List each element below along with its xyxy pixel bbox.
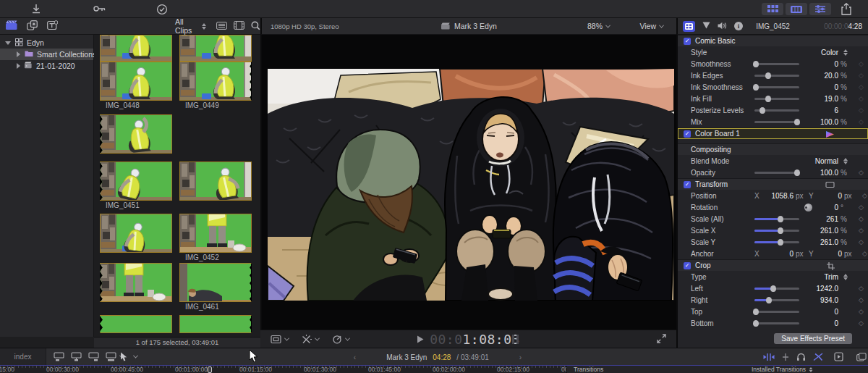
skimming-icon[interactable] [813, 353, 824, 363]
slider-knob[interactable] [753, 309, 759, 315]
list-view-icon[interactable] [216, 22, 227, 31]
keyframe-diamond-icon[interactable]: ◇ [854, 95, 864, 102]
clip-thumbnail[interactable] [100, 114, 172, 154]
clip-thumbnail[interactable] [179, 315, 252, 333]
parameter-slider[interactable] [754, 98, 799, 100]
keyframe-diamond-icon[interactable]: ◇ [854, 60, 864, 67]
keyframe-diamond-icon[interactable]: ◇ [854, 204, 864, 211]
slider-knob[interactable] [794, 119, 800, 125]
clip-filter-dropdown[interactable]: All Clips [175, 17, 206, 35]
rotation-dial[interactable] [804, 204, 812, 211]
parameter-value[interactable]: 934.0 [812, 296, 838, 304]
check-circle-icon[interactable] [156, 4, 168, 15]
dropdown-value[interactable]: Normal [812, 157, 838, 165]
slider-knob[interactable] [760, 107, 765, 114]
clip-thumbnail[interactable] [100, 35, 172, 62]
parameter-slider[interactable] [754, 288, 799, 290]
expand-viewer-icon[interactable] [657, 334, 666, 345]
disclosure-triangle-icon[interactable] [17, 51, 20, 57]
slider-knob[interactable] [778, 227, 783, 234]
effect-header-transform[interactable]: ✓Transform [678, 178, 868, 190]
dropdown-chevrons[interactable] [841, 273, 854, 281]
keyframe-diamond-icon[interactable]: ◇ [854, 83, 864, 91]
color-board-icon[interactable] [825, 130, 835, 140]
sidebar-item-21-01-2020[interactable]: 21-01-2020 [0, 60, 93, 72]
slider-knob[interactable] [778, 216, 783, 222]
clip-thumbnail-img_0461[interactable] [179, 263, 252, 302]
effect-checkbox[interactable]: ✓ [684, 181, 691, 188]
parameter-slider[interactable] [754, 311, 799, 313]
audio-monitor-icon[interactable] [796, 352, 806, 363]
clip-thumbnail[interactable] [179, 35, 252, 62]
keyframe-diamond-icon[interactable]: ◇ [854, 296, 864, 303]
audio-inspector-tab[interactable] [718, 22, 727, 31]
search-icon[interactable] [251, 21, 260, 32]
parameter-value[interactable]: 0 [812, 60, 838, 68]
keyframe-diamond-icon[interactable]: ◇ [854, 72, 864, 79]
parameter-value[interactable]: 0 [812, 83, 838, 91]
adjust-sliders-icon[interactable] [809, 3, 831, 15]
keyframe-diamond-icon[interactable]: ◇ [854, 319, 864, 327]
parameter-value[interactable]: 0 [812, 308, 838, 316]
slider-knob[interactable] [770, 285, 776, 292]
parameter-slider[interactable] [754, 230, 799, 232]
dropdown-chevrons[interactable] [841, 157, 854, 165]
parameter-slider[interactable] [754, 86, 799, 88]
parameter-value[interactable]: 20.0 [812, 72, 838, 80]
slider-knob[interactable] [794, 169, 800, 176]
timeline-ruler[interactable]: 00:00:15:0000:00:30:0000:00:45:0000:01:0… [0, 366, 566, 373]
clip-thumbnail[interactable] [100, 263, 172, 302]
x-value[interactable]: 1058.6 [762, 192, 793, 200]
clip-thumbnail-img_0449[interactable] [179, 62, 252, 101]
keyframe-diamond-icon[interactable]: ◇ [854, 238, 864, 246]
clip-thumbnail[interactable] [179, 162, 252, 201]
parameter-value[interactable]: 0 [812, 319, 838, 327]
effects-photos-icon[interactable] [27, 20, 38, 32]
dropdown-chevrons[interactable] [841, 49, 854, 56]
clip-thumbnail-img_0451[interactable] [100, 162, 172, 201]
parameter-slider[interactable] [754, 241, 799, 243]
prev-project-arrow[interactable]: ‹ [354, 353, 356, 361]
clip-thumbnail[interactable] [100, 315, 172, 333]
parameter-slider[interactable] [754, 299, 799, 301]
effect-header-comic-basic[interactable]: ✓Comic Basic [678, 35, 868, 46]
parameter-value[interactable]: 100.0 [812, 169, 838, 177]
save-effects-preset-button[interactable]: Save Effects Preset [774, 333, 852, 344]
timeline-project-title[interactable]: Mark 3 Edyn [386, 353, 427, 361]
trim-tool-icon[interactable] [763, 353, 775, 363]
titles-icon[interactable] [47, 20, 58, 32]
y-value[interactable]: 0 [816, 192, 842, 200]
effect-checkbox[interactable]: ✓ [684, 38, 691, 45]
select-tool-dropdown[interactable] [120, 352, 137, 361]
effect-header-crop[interactable]: ✓Crop [678, 259, 868, 271]
viewer-view-dropdown[interactable]: View [639, 22, 663, 30]
sidebar-item-edyn[interactable]: Edyn [0, 37, 93, 49]
slider-knob[interactable] [765, 72, 771, 79]
clip-thumbnail-img_0452[interactable] [179, 214, 252, 253]
keyframe-diamond-icon[interactable]: ◇ [854, 169, 864, 176]
slider-knob[interactable] [753, 84, 759, 91]
keyframe-diamond-icon[interactable]: ◇ [854, 227, 864, 234]
media-browser-icon[interactable] [834, 352, 843, 363]
installed-transitions-dropdown[interactable]: Installed Transitions [752, 366, 813, 373]
parameter-slider[interactable] [754, 121, 799, 123]
playhead-marker[interactable] [208, 366, 212, 373]
slider-knob[interactable] [766, 297, 772, 303]
parameter-slider[interactable] [754, 75, 799, 77]
keyframe-diamond-icon[interactable]: ◇ [857, 192, 867, 199]
photos-browser-icon[interactable] [856, 353, 867, 363]
slider-knob[interactable] [778, 239, 783, 246]
effect-checkbox[interactable]: ✓ [684, 130, 691, 138]
audio-meters[interactable] [512, 335, 519, 344]
video-inspector-tab[interactable] [683, 21, 695, 32]
filmstrip-view-icon[interactable] [786, 3, 807, 15]
effect-checkbox[interactable]: ✓ [684, 262, 691, 269]
next-project-arrow[interactable]: › [519, 353, 522, 361]
y-value[interactable]: 0 [816, 250, 842, 258]
parameter-value[interactable]: 6 [812, 106, 838, 114]
effect-header-color-board-1[interactable]: ✓Color Board 1 [678, 127, 868, 139]
viewer-zoom-dropdown[interactable]: 88% [587, 22, 610, 30]
insert-clip-icon[interactable] [71, 352, 82, 361]
keyframe-diamond-icon[interactable]: ◇ [854, 106, 864, 114]
parameter-value[interactable]: 100.0 [812, 118, 838, 126]
